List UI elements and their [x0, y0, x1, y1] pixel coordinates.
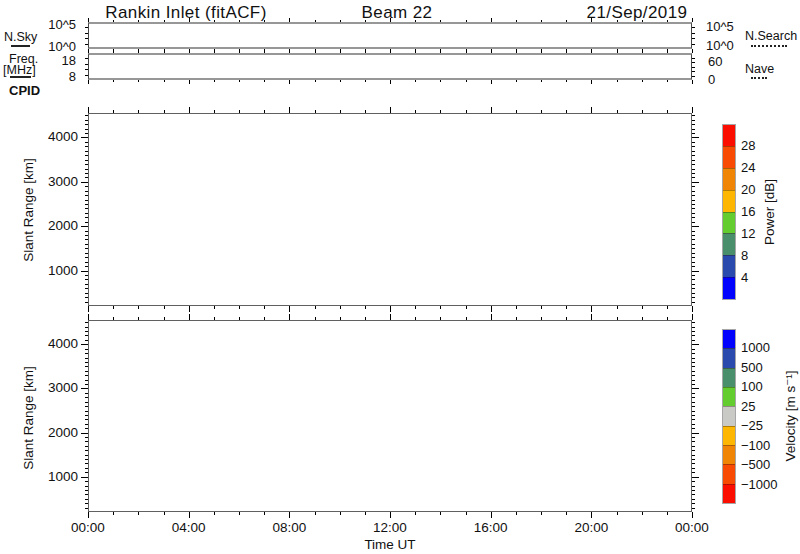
page-title: Rankin Inlet (fitACF): [105, 3, 266, 23]
axis-tick: [566, 80, 567, 82]
axis-tick: [692, 18, 693, 22]
axis-tick: [617, 80, 618, 82]
panel-power: [88, 113, 692, 306]
axis-tick: [692, 441, 695, 442]
axis-tick: [85, 441, 88, 442]
axis-tick: [365, 306, 366, 309]
axis-tick: [692, 191, 695, 192]
axis-tick: [692, 44, 695, 45]
axis-tick: [164, 80, 165, 82]
axis-tick: [85, 490, 88, 491]
axis-tick: [566, 51, 567, 53]
axis-tick: [692, 213, 695, 214]
axis-tick: [189, 18, 190, 22]
nsearch-top-ticklabel: 10^5: [706, 19, 734, 34]
colorbar-tick-label: −100: [741, 439, 770, 453]
axis-tick: [692, 397, 695, 398]
axis-tick: [164, 306, 165, 309]
axis-tick: [214, 110, 215, 113]
axis-tick: [85, 428, 88, 429]
axis-tick: [617, 512, 618, 515]
axis-tick: [264, 51, 265, 53]
axis-tick: [85, 33, 88, 34]
nsky-bottom-ticklabel: 10^0: [40, 39, 76, 54]
axis-tick: [692, 375, 695, 376]
axis-tick: [85, 155, 88, 156]
axis-tick: [85, 173, 88, 174]
axis-tick: [692, 107, 693, 113]
axis-tick: [566, 317, 567, 320]
axis-tick: [667, 110, 668, 113]
axis-tick: [516, 110, 517, 113]
axis-tick: [692, 266, 695, 267]
axis-tick: [85, 340, 88, 341]
axis-tick: [466, 110, 467, 113]
x-tick-label: 04:00: [158, 521, 220, 535]
axis-tick: [692, 490, 695, 491]
axis-tick: [85, 275, 88, 276]
axis-tick: [692, 151, 695, 152]
axis-tick: [692, 169, 695, 170]
y-tick-label: 3000: [32, 174, 78, 190]
axis-tick: [415, 110, 416, 113]
axis-tick: [642, 317, 643, 320]
axis-tick: [692, 137, 699, 138]
axis-tick: [541, 306, 542, 309]
axis-tick: [466, 80, 467, 82]
axis-tick: [692, 262, 695, 263]
axis-tick: [85, 481, 88, 482]
axis-tick: [113, 110, 114, 113]
axis-tick: [466, 20, 467, 22]
colorbar-tick-label: 12: [741, 227, 755, 241]
axis-tick: [667, 317, 668, 320]
axis-tick: [85, 200, 88, 201]
axis-tick: [81, 477, 88, 478]
axis-tick: [541, 317, 542, 320]
axis-tick: [692, 424, 695, 425]
y-tick-label: 1000: [32, 469, 78, 485]
power-colorbar-label: Power [dB]: [762, 179, 777, 245]
x-axis-label: Time UT: [364, 537, 415, 552]
axis-tick: [692, 499, 695, 500]
solid-line-legend-icon: [11, 45, 30, 47]
axis-tick: [466, 306, 467, 309]
colorbar-segment: [723, 330, 735, 348]
axis-tick: [692, 384, 695, 385]
axis-tick: [164, 110, 165, 113]
colorbar-tick-label: 28: [741, 139, 755, 153]
y-tick-label: 2000: [32, 425, 78, 441]
colorbar-segment: [723, 406, 735, 425]
axis-tick: [85, 463, 88, 464]
axis-tick: [85, 297, 88, 298]
axis-tick: [264, 110, 265, 113]
axis-tick: [692, 71, 695, 72]
axis-tick: [113, 20, 114, 22]
axis-tick: [85, 486, 88, 487]
axis-tick: [239, 110, 240, 113]
axis-tick: [189, 107, 190, 113]
nsky-top-ticklabel: 10^5: [40, 17, 76, 32]
superdarn-summary-plot: Rankin Inlet (fitACF) Beam 22 21/Sep/201…: [0, 0, 800, 554]
axis-tick: [340, 51, 341, 53]
axis-tick: [85, 239, 88, 240]
axis-tick: [85, 191, 88, 192]
axis-tick: [85, 284, 88, 285]
axis-tick: [617, 317, 618, 320]
nsearch-label: N.Search: [745, 29, 797, 43]
axis-tick: [440, 317, 441, 320]
axis-tick: [516, 20, 517, 22]
axis-tick: [692, 186, 695, 187]
axis-tick: [85, 177, 88, 178]
x-tick-label: 00:00: [57, 521, 119, 535]
axis-tick: [692, 248, 695, 249]
axis-tick: [617, 110, 618, 113]
y-tick-label: 4000: [32, 336, 78, 352]
axis-tick: [692, 327, 695, 328]
axis-tick: [164, 512, 165, 515]
axis-tick: [692, 27, 695, 28]
axis-tick: [692, 231, 695, 232]
axis-tick: [85, 450, 88, 451]
axis-tick: [85, 437, 88, 438]
axis-tick: [692, 239, 695, 240]
axis-tick: [642, 80, 643, 82]
